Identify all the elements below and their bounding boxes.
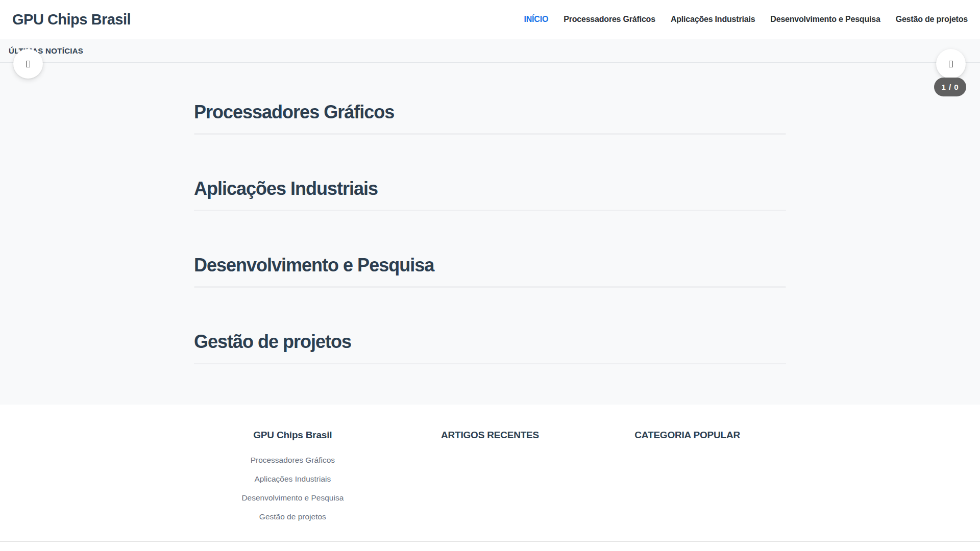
footer-link-aplicacoes-industriais[interactable]: Aplicações Industriais (254, 474, 331, 483)
nav-item-aplicacoes-industriais[interactable]: Aplicações Industriais (671, 15, 755, 24)
list-item: Processadores Gráficos (194, 455, 391, 465)
page: GPU Chips Brasil INÍCIO Processadores Gr… (0, 0, 980, 551)
news-ticker-bar: ÚLTIMAS NOTÍCIAS (0, 39, 980, 63)
main-nav: INÍCIO Processadores Gráficos Aplicações… (524, 15, 968, 24)
section-gestao-projetos: Gestão de projetos (194, 288, 786, 364)
section-desenvolvimento-pesquisa: Desenvolvimento e Pesquisa (194, 211, 786, 288)
footer-col-about: GPU Chips Brasil Processadores Gráficos … (194, 428, 391, 530)
section-processadores-graficos: Processadores Gráficos (194, 63, 786, 135)
brand-logo[interactable]: GPU Chips Brasil (12, 11, 131, 28)
section-title: Processadores Gráficos (194, 101, 786, 123)
section-aplicacoes-industriais: Aplicações Industriais (194, 135, 786, 211)
section-title: Gestão de projetos (194, 331, 786, 353)
footer-about-title: GPU Chips Brasil (194, 428, 391, 442)
section-title: Desenvolvimento e Pesquisa (194, 254, 786, 277)
main-content: Processadores Gráficos Aplicações Indust… (0, 63, 980, 405)
footer-about-links: Processadores Gráficos Aplicações Indust… (194, 455, 391, 522)
footer-recent-title: ARTIGOS RECENTES (391, 428, 589, 442)
footer-col-popular-category: CATEGORIA POPULAR (589, 428, 786, 530)
list-item: Gestão de projetos (194, 511, 391, 522)
footer-link-desenvolvimento-pesquisa[interactable]: Desenvolvimento e Pesquisa (241, 493, 344, 502)
missing-glyph-icon (949, 61, 953, 67)
nav-item-processadores-graficos[interactable]: Processadores Gráficos (564, 15, 655, 24)
section-title: Aplicações Industriais (194, 178, 786, 200)
footer-columns: GPU Chips Brasil Processadores Gráficos … (194, 428, 786, 530)
carousel-fraction-badge: 1 / 0 (934, 78, 966, 96)
list-item: Desenvolvimento e Pesquisa (194, 492, 391, 503)
missing-glyph-icon (26, 61, 30, 67)
list-item: Aplicações Industriais (194, 473, 391, 484)
carousel-prev-button[interactable] (13, 49, 43, 79)
footer-link-gestao-projetos[interactable]: Gestão de projetos (259, 512, 326, 521)
nav-item-desenvolvimento-pesquisa[interactable]: Desenvolvimento e Pesquisa (770, 15, 880, 24)
site-header: GPU Chips Brasil INÍCIO Processadores Gr… (0, 0, 980, 39)
nav-item-inicio[interactable]: INÍCIO (524, 15, 548, 24)
site-footer: GPU Chips Brasil Processadores Gráficos … (0, 405, 980, 551)
nav-item-gestao-projetos[interactable]: Gestão de projetos (896, 15, 968, 24)
footer-popular-title: CATEGORIA POPULAR (589, 428, 786, 442)
carousel-next-button[interactable] (936, 49, 966, 79)
footer-col-recent-articles: ARTIGOS RECENTES (391, 428, 589, 530)
section-divider (194, 363, 786, 364)
content-container: Processadores Gráficos Aplicações Indust… (194, 63, 786, 364)
footer-link-processadores-graficos[interactable]: Processadores Gráficos (251, 456, 335, 464)
footer-bottom-divider (0, 541, 980, 542)
